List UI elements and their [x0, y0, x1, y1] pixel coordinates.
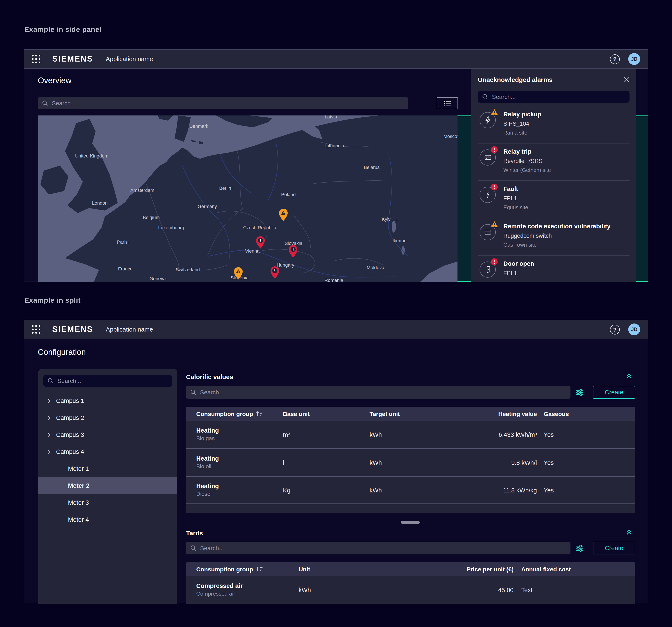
calorific-search-input[interactable]: Search...	[186, 386, 571, 399]
app-header: SIEMENS Application name ? JD	[24, 320, 648, 339]
target-unit-cell: kWh	[369, 459, 477, 466]
europe-map[interactable]: LatviaDenmarkMoscowLithuaniaUnited Kingd…	[38, 116, 457, 282]
column-header[interactable]: Consumption group	[196, 566, 298, 573]
configuration-content: Configuration Search... Campus 1Campus 2…	[24, 339, 648, 604]
tree-item-label: Meter 4	[68, 516, 89, 523]
calorific-table-row[interactable]: HeatingBio gasm³kWh6.433 kWh/m³Yes	[186, 421, 635, 448]
alarm-list-item[interactable]: FaultFPI 1Equus site	[478, 181, 629, 218]
sidebar-item-campus-3[interactable]: Campus 3	[38, 426, 177, 443]
calorific-table-row[interactable]: HeatingBio oillkWh9.8 kWh/lYes	[186, 448, 635, 476]
warning-badge	[490, 221, 498, 230]
column-header[interactable]: Consumption group	[196, 410, 283, 417]
alarm-list-item[interactable]: Relay pickupSIPS_104Rama site	[478, 106, 629, 144]
base-unit-cell: m³	[283, 431, 369, 438]
tree-item-label: Campus 3	[56, 431, 84, 438]
filter-icon[interactable]	[576, 388, 583, 396]
price-per-unit-cell: 45.00	[405, 586, 513, 593]
alarm-site: Winter (Gethen) site	[503, 168, 629, 174]
critical-badge-icon	[490, 146, 498, 153]
column-header[interactable]: Annual fixed cost	[513, 566, 625, 573]
list-icon	[443, 99, 452, 107]
chevron-right-icon[interactable]	[46, 432, 52, 438]
alarm-list-item[interactable]: Remote code execution vulnerabilityRugge…	[478, 218, 629, 255]
sidebar-item-campus-4[interactable]: Campus 4	[38, 443, 177, 460]
avatar[interactable]: JD	[628, 53, 640, 65]
sidebar-item-campus-2[interactable]: Campus 2	[38, 409, 177, 426]
map-critical-pin[interactable]	[256, 236, 265, 249]
section-title-side-panel: Example in side panel	[24, 25, 101, 34]
column-header[interactable]: Unit	[298, 566, 405, 573]
column-header[interactable]: Target unit	[369, 410, 477, 417]
help-icon[interactable]: ?	[610, 325, 620, 334]
alarm-device: Reyrolle_7SRS	[503, 158, 629, 165]
alarm-device: Ruggedcom switch	[503, 233, 629, 240]
alarm-site: Gas Town site	[503, 243, 629, 248]
section-title-split: Example in split	[24, 296, 80, 305]
alarm-site: Equus site	[503, 205, 629, 211]
alarm-device: FPI 1	[503, 196, 629, 202]
asset-tree: Campus 1Campus 2Campus 3Campus 4Meter 1M…	[38, 392, 177, 528]
help-icon[interactable]: ?	[610, 54, 620, 64]
alarms-search-input[interactable]: Search...	[478, 91, 629, 103]
tree-search-input[interactable]: Search...	[43, 375, 172, 387]
sidebar-item-meter-4[interactable]: Meter 4	[38, 511, 177, 528]
base-unit-cell: l	[283, 459, 369, 466]
tree-item-label: Meter 3	[68, 499, 89, 506]
calorific-table-row[interactable]: HeatingDieselKgkWh11.8 kWh/kgYes	[186, 476, 635, 503]
filter-icon[interactable]	[576, 544, 583, 552]
page-title-configuration: Configuration	[38, 348, 86, 357]
chevron-right-icon[interactable]	[46, 415, 52, 421]
alarm-title: Fault	[503, 186, 629, 193]
consumption-group: Heating	[196, 455, 283, 462]
create-calorific-button[interactable]: Create	[593, 386, 635, 399]
alarm-list-item[interactable]: Relay tripReyrolle_7SRSWinter (Gethen) s…	[478, 144, 629, 181]
critical-badge	[490, 183, 498, 192]
map-critical-pin[interactable]	[270, 266, 280, 279]
list-view-toggle[interactable]	[437, 97, 458, 109]
map-warning-pin[interactable]	[279, 208, 288, 221]
alarm-title: Relay pickup	[503, 111, 629, 118]
sidebar-item-meter-2[interactable]: Meter 2	[38, 477, 177, 494]
sidebar-item-campus-1[interactable]: Campus 1	[38, 392, 177, 409]
sort-ascending-icon[interactable]	[256, 411, 263, 417]
avatar[interactable]: JD	[628, 324, 640, 335]
application-name: Application name	[106, 56, 153, 62]
chevron-right-icon[interactable]	[46, 398, 52, 404]
calorific-table: Consumption groupBase unitTarget unitHea…	[186, 407, 635, 513]
map-search-input[interactable]: Search...	[38, 97, 408, 109]
column-header[interactable]: Base unit	[283, 410, 369, 417]
tree-item-label: Campus 4	[56, 448, 84, 455]
collapse-tarifs-icon[interactable]	[626, 528, 632, 536]
calorific-table-row[interactable]: Heatingm³kWh6.433 kWh/m³No	[186, 503, 635, 513]
alarm-list-item[interactable]: Door openFPI 1	[478, 255, 629, 282]
sort-ascending-icon[interactable]	[256, 566, 263, 572]
critical-badge	[490, 258, 498, 267]
sidebar-item-meter-3[interactable]: Meter 3	[38, 494, 177, 511]
tarifs-search-input[interactable]: Search...	[186, 542, 571, 554]
column-header[interactable]: Heating value	[477, 410, 537, 417]
create-tarif-button[interactable]: Create	[593, 542, 635, 554]
tree-item-label: Meter 1	[68, 465, 89, 472]
tarifs-table-row[interactable]: Compressed airCompressed airkWh45.00Text	[186, 576, 635, 604]
chevron-right-icon[interactable]	[46, 449, 52, 455]
alarm-title: Relay trip	[503, 149, 629, 155]
page-title-overview: Overview	[38, 76, 71, 85]
map-critical-pin[interactable]	[288, 245, 298, 258]
asset-tree-sidebar: Search... Campus 1Campus 2Campus 3Campus…	[38, 369, 177, 604]
heating-value-cell: 11.8 kWh/kg	[477, 487, 537, 494]
heating-value-cell: 6.433 kWh/m³	[477, 431, 537, 438]
gaseous-cell: Yes	[537, 431, 625, 438]
alarm-site: Rama site	[503, 130, 629, 136]
collapse-calorific-icon[interactable]	[626, 372, 632, 379]
window-overview: SIEMENS Application name ? JD Overview S…	[24, 49, 648, 281]
sidebar-item-meter-1[interactable]: Meter 1	[38, 460, 177, 477]
map-warning-pin[interactable]	[234, 267, 243, 280]
heating-value-cell: 9.8 kWh/l	[477, 459, 537, 466]
column-header[interactable]: Price per unit (€)	[405, 566, 513, 573]
column-header[interactable]: Gaseous	[537, 410, 625, 417]
app-launcher-icon[interactable]	[32, 325, 40, 334]
warning-badge-icon	[490, 221, 498, 228]
close-icon[interactable]	[624, 77, 629, 82]
split-drag-handle[interactable]	[401, 521, 420, 524]
app-launcher-icon[interactable]	[32, 55, 40, 63]
